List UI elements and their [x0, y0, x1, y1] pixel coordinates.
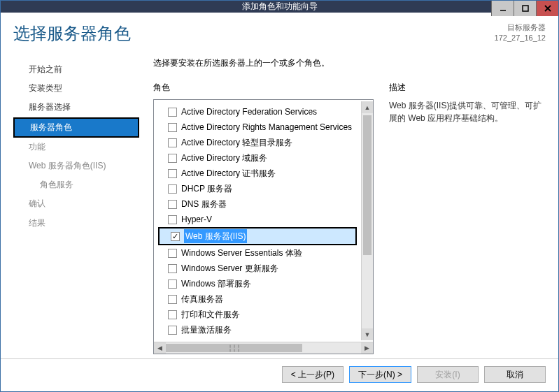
role-label: Windows 部署服务	[181, 277, 251, 291]
role-item-14[interactable]: 批量激活服务	[157, 322, 358, 337]
columns: 角色 Active Directory Federation ServicesA…	[153, 82, 546, 354]
role-checkbox[interactable]	[168, 310, 177, 319]
nav-item-6[interactable]: 角色服务	[13, 175, 139, 194]
next-button[interactable]: 下一步(N) >	[349, 366, 411, 383]
close-button[interactable]	[536, 1, 558, 16]
install-button[interactable]: 安装(I)	[417, 366, 479, 383]
roles-listbox[interactable]: Active Directory Federation ServicesActi…	[153, 99, 374, 354]
role-checkbox[interactable]	[168, 280, 177, 289]
nav-item-8[interactable]: 结果	[13, 214, 139, 233]
role-item-8[interactable]: Web 服务器(IIS)	[160, 228, 355, 244]
window-controls	[491, 1, 558, 16]
target-server-name: 172_27_16_12	[495, 33, 546, 43]
role-label: DNS 服务器	[181, 197, 227, 211]
role-label: Web 服务器(IIS)	[184, 229, 247, 243]
role-checkbox[interactable]	[168, 169, 177, 178]
nav-item-3[interactable]: 服务器角色	[15, 119, 138, 136]
role-checkbox[interactable]	[168, 184, 177, 194]
nav-sidebar: 开始之前安装类型服务器选择服务器角色功能Web 服务器角色(IIS)角色服务确认…	[13, 57, 139, 354]
vertical-scrollbar[interactable]: ▲ ▼	[361, 101, 373, 340]
instruction-text: 选择要安装在所选服务器上的一个或多个角色。	[153, 57, 546, 69]
role-item-3[interactable]: Active Directory 域服务	[157, 150, 358, 166]
nav-item-7[interactable]: 确认	[13, 194, 139, 213]
role-label: 打印和文件服务	[181, 307, 240, 321]
scroll-down-arrow-icon[interactable]: ▼	[362, 328, 373, 340]
role-highlight-box: Web 服务器(IIS)	[158, 227, 357, 245]
nav-item-0[interactable]: 开始之前	[13, 60, 139, 79]
role-item-4[interactable]: Active Directory 证书服务	[157, 166, 358, 181]
role-item-6[interactable]: DNS 服务器	[157, 196, 358, 212]
role-checkbox[interactable]	[168, 295, 177, 304]
maximize-button[interactable]	[514, 1, 536, 16]
role-checkbox[interactable]	[168, 249, 177, 258]
horizontal-scroll-thumb[interactable]: ╎╎╎	[166, 344, 302, 352]
nav-item-1[interactable]: 安装类型	[13, 79, 139, 98]
titlebar: 添加角色和功能向导	[1, 1, 558, 13]
role-label: Hyper-V	[181, 212, 212, 226]
role-label: Active Directory 证书服务	[181, 166, 276, 180]
role-label: Active Directory 域服务	[181, 151, 267, 165]
role-item-12[interactable]: 传真服务器	[157, 291, 358, 307]
previous-button[interactable]: < 上一步(P)	[282, 366, 344, 383]
role-label: 批量激活服务	[181, 323, 232, 337]
roles-list-body: Active Directory Federation ServicesActi…	[154, 100, 373, 342]
svg-rect-1	[523, 6, 528, 11]
window-title: 添加角色和功能向导	[242, 1, 318, 13]
role-label: Windows Server Essentials 体验	[181, 246, 302, 260]
role-item-10[interactable]: Windows Server 更新服务	[157, 261, 358, 276]
role-item-9[interactable]: Windows Server Essentials 体验	[157, 245, 358, 261]
nav-highlight-box: 服务器角色	[13, 117, 139, 138]
role-label: Active Directory Federation Services	[181, 105, 317, 119]
wizard-window: 添加角色和功能向导 选择服务器角色 目标服务器 172_27_16_12 开始之…	[0, 0, 559, 392]
role-item-11[interactable]: Windows 部署服务	[157, 276, 358, 291]
role-item-0[interactable]: Active Directory Federation Services	[157, 104, 358, 119]
vertical-scroll-thumb[interactable]	[363, 115, 372, 255]
roles-label: 角色	[153, 82, 374, 94]
role-checkbox[interactable]	[168, 326, 177, 335]
role-checkbox[interactable]	[168, 264, 177, 273]
role-checkbox[interactable]	[171, 232, 180, 241]
role-checkbox[interactable]	[168, 154, 177, 163]
role-item-7[interactable]: Hyper-V	[157, 212, 358, 227]
role-label: Windows Server 更新服务	[181, 261, 278, 275]
role-item-13[interactable]: 打印和文件服务	[157, 307, 358, 322]
scroll-right-arrow-icon[interactable]: ▶	[361, 342, 373, 354]
role-item-1[interactable]: Active Directory Rights Management Servi…	[157, 119, 358, 135]
nav-item-5[interactable]: Web 服务器角色(IIS)	[13, 157, 139, 175]
role-label: Active Directory 轻型目录服务	[181, 136, 292, 150]
description-text: Web 服务器(IIS)提供可靠、可管理、可扩展的 Web 应用程序基础结构。	[389, 99, 546, 124]
window-body: 选择服务器角色 目标服务器 172_27_16_12 开始之前安装类型服务器选择…	[1, 13, 558, 358]
description-column: 描述 Web 服务器(IIS)提供可靠、可管理、可扩展的 Web 应用程序基础结…	[389, 82, 546, 354]
roles-column: 角色 Active Directory Federation ServicesA…	[153, 82, 374, 354]
cancel-button[interactable]: 取消	[484, 366, 546, 383]
nav-item-4[interactable]: 功能	[13, 138, 139, 157]
footer-buttons: < 上一步(P) 下一步(N) > 安装(I) 取消	[1, 358, 558, 391]
role-checkbox[interactable]	[168, 215, 177, 224]
nav-item-2[interactable]: 服务器选择	[13, 98, 139, 117]
role-label: DHCP 服务器	[181, 182, 232, 196]
main-panel: 选择要安装在所选服务器上的一个或多个角色。 角色 Active Director…	[139, 57, 546, 354]
role-checkbox[interactable]	[168, 108, 177, 117]
target-server-info: 目标服务器 172_27_16_12	[495, 22, 546, 44]
role-item-5[interactable]: DHCP 服务器	[157, 181, 358, 196]
role-checkbox[interactable]	[168, 123, 177, 132]
roles-list-inner: Active Directory Federation ServicesActi…	[154, 101, 361, 340]
target-server-label: 目标服务器	[495, 22, 546, 33]
role-checkbox[interactable]	[168, 200, 177, 209]
scroll-left-arrow-icon[interactable]: ◀	[154, 342, 166, 354]
page-title: 选择服务器角色	[13, 22, 131, 45]
minimize-button[interactable]	[491, 1, 514, 16]
horizontal-scrollbar[interactable]: ◀ ╎╎╎ ▶	[154, 342, 373, 354]
role-item-2[interactable]: Active Directory 轻型目录服务	[157, 135, 358, 150]
role-label: Active Directory Rights Management Servi…	[181, 120, 352, 134]
description-label: 描述	[389, 82, 546, 94]
horizontal-scroll-track[interactable]: ╎╎╎	[166, 342, 361, 354]
content-row: 开始之前安装类型服务器选择服务器角色功能Web 服务器角色(IIS)角色服务确认…	[13, 57, 546, 354]
role-checkbox[interactable]	[168, 138, 177, 147]
role-label: 传真服务器	[181, 292, 223, 306]
scroll-up-arrow-icon[interactable]: ▲	[362, 101, 373, 113]
header-row: 选择服务器角色 目标服务器 172_27_16_12	[13, 22, 546, 50]
